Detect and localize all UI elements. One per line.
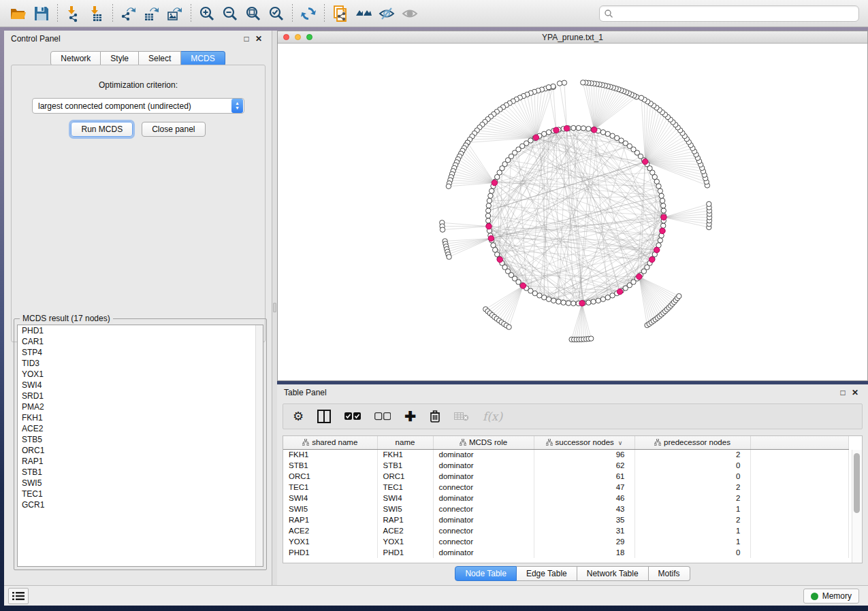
graph-node[interactable] bbox=[537, 293, 542, 298]
graph-hub-node[interactable] bbox=[654, 247, 660, 252]
apply-layout-icon[interactable] bbox=[297, 3, 320, 24]
table-cell[interactable]: 18 bbox=[534, 547, 634, 558]
graph-node[interactable] bbox=[487, 198, 492, 203]
graph-node[interactable] bbox=[507, 325, 511, 329]
mcds-result-item[interactable]: TEC1 bbox=[18, 489, 263, 499]
graph-node[interactable] bbox=[489, 188, 494, 193]
float-panel-icon[interactable]: □ bbox=[240, 34, 253, 44]
table-cell[interactable]: 47 bbox=[534, 482, 634, 493]
table-cell[interactable]: 46 bbox=[534, 493, 634, 503]
graph-node[interactable] bbox=[571, 301, 576, 306]
graph-hub-node[interactable] bbox=[564, 126, 569, 131]
graph-node[interactable] bbox=[596, 298, 600, 303]
table-cell[interactable]: FKH1 bbox=[377, 449, 433, 460]
table-scrollbar[interactable] bbox=[852, 450, 862, 563]
table-row[interactable]: FKH1FKH1dominator962 bbox=[283, 449, 848, 460]
split-panel-icon[interactable] bbox=[317, 410, 331, 423]
table-float-panel-icon[interactable]: □ bbox=[837, 388, 849, 397]
table-cell[interactable]: 29 bbox=[534, 536, 634, 547]
tab-network[interactable]: Network bbox=[50, 51, 101, 66]
table-row[interactable]: ACE2ACE2connector311 bbox=[283, 525, 848, 536]
graph-node[interactable] bbox=[571, 125, 576, 130]
column-header-shared-name[interactable]: shared name bbox=[283, 436, 377, 449]
window-close-icon[interactable] bbox=[283, 34, 289, 40]
table-cell[interactable]: STB1 bbox=[283, 460, 377, 471]
table-cell[interactable]: SWI4 bbox=[283, 493, 377, 503]
table-cell[interactable]: SWI5 bbox=[377, 503, 433, 514]
graph-hub-node[interactable] bbox=[553, 127, 559, 133]
graph-node[interactable] bbox=[661, 223, 666, 228]
export-table-icon[interactable] bbox=[140, 3, 163, 24]
table-row[interactable]: RAP1RAP1dominator352 bbox=[283, 514, 848, 525]
graph-node[interactable] bbox=[542, 131, 547, 136]
graph-node[interactable] bbox=[586, 300, 591, 305]
graph-hub-node[interactable] bbox=[533, 135, 539, 140]
table-cell[interactable]: SWI5 bbox=[283, 503, 377, 514]
graph-node[interactable] bbox=[600, 297, 605, 301]
graph-node[interactable] bbox=[661, 203, 666, 208]
run-mcds-button[interactable]: Run MCDS bbox=[71, 122, 133, 137]
mcds-result-item[interactable]: SRD1 bbox=[18, 391, 263, 401]
table-cell[interactable]: dominator bbox=[433, 547, 534, 558]
graph-node[interactable] bbox=[659, 193, 664, 198]
table-cell[interactable]: connector bbox=[433, 525, 534, 536]
table-cell[interactable]: PHD1 bbox=[377, 547, 433, 558]
graph-node[interactable] bbox=[546, 130, 551, 135]
graph-node[interactable] bbox=[542, 295, 547, 300]
mcds-result-item[interactable]: STB5 bbox=[18, 434, 263, 445]
table-cell[interactable]: 96 bbox=[534, 449, 634, 460]
graph-node[interactable] bbox=[658, 238, 662, 243]
mcds-result-item[interactable]: STB1 bbox=[18, 467, 263, 478]
mcds-result-item[interactable]: SWI5 bbox=[18, 478, 263, 489]
search-input[interactable] bbox=[613, 6, 858, 21]
column-header-successor-nodes[interactable]: successor nodes∨ bbox=[534, 436, 634, 449]
graph-node[interactable] bbox=[486, 218, 491, 223]
table-cell[interactable]: 1 bbox=[634, 536, 750, 547]
table-tab-node-table[interactable]: Node Table bbox=[455, 566, 517, 581]
criterion-dropdown[interactable]: largest connected component (undirected)… bbox=[32, 98, 244, 114]
graph-node[interactable] bbox=[600, 130, 605, 135]
close-panel-button[interactable]: Close panel bbox=[142, 122, 205, 137]
graph-node[interactable] bbox=[561, 300, 566, 305]
graph-node[interactable] bbox=[488, 193, 493, 198]
deselect-all-rows-icon[interactable] bbox=[374, 412, 391, 420]
table-cell[interactable]: STB1 bbox=[377, 460, 433, 471]
column-header-MCDS-role[interactable]: MCDS role bbox=[433, 436, 534, 449]
graph-node[interactable] bbox=[440, 227, 445, 232]
table-cell[interactable]: 35 bbox=[534, 514, 634, 525]
graph-hub-node[interactable] bbox=[617, 289, 622, 295]
mcds-result-item[interactable]: ACE2 bbox=[18, 423, 263, 434]
table-cell[interactable]: RAP1 bbox=[283, 514, 377, 525]
table-cell[interactable]: PHD1 bbox=[283, 547, 377, 558]
graph-node[interactable] bbox=[447, 254, 451, 259]
table-cell[interactable]: TEC1 bbox=[377, 482, 433, 493]
graph-node[interactable] bbox=[557, 81, 562, 86]
graph-hub-node[interactable] bbox=[488, 235, 494, 241]
table-cell[interactable]: dominator bbox=[433, 514, 534, 525]
memory-button[interactable]: Memory bbox=[803, 589, 859, 604]
graph-node[interactable] bbox=[677, 294, 681, 299]
import-network-icon[interactable] bbox=[62, 3, 85, 24]
graph-hub-node[interactable] bbox=[649, 257, 655, 262]
graph-hub-node[interactable] bbox=[492, 180, 497, 186]
mcds-result-item[interactable]: GCR1 bbox=[18, 499, 263, 510]
table-cell[interactable]: 0 bbox=[634, 547, 750, 558]
mcds-result-item[interactable]: CAR1 bbox=[18, 336, 263, 347]
graph-node[interactable] bbox=[605, 131, 610, 136]
zoom-fit-icon[interactable] bbox=[242, 3, 265, 24]
table-cell[interactable]: 2 bbox=[634, 514, 750, 525]
close-panel-icon[interactable]: ✕ bbox=[253, 34, 265, 44]
graph-node[interactable] bbox=[486, 208, 491, 213]
table-row[interactable]: ORC1ORC1dominator610 bbox=[283, 471, 848, 482]
graph-hub-node[interactable] bbox=[660, 228, 665, 233]
table-cell[interactable]: dominator bbox=[433, 493, 534, 503]
graph-node[interactable] bbox=[485, 213, 490, 218]
table-row[interactable]: SWI5SWI5connector431 bbox=[283, 503, 848, 514]
window-zoom-icon[interactable] bbox=[306, 34, 312, 40]
table-cell[interactable]: ORC1 bbox=[377, 471, 433, 482]
column-header-name[interactable]: name bbox=[377, 436, 433, 449]
table-cell[interactable]: SWI4 bbox=[377, 493, 433, 503]
network-nodes[interactable] bbox=[440, 80, 712, 342]
save-session-icon[interactable] bbox=[30, 3, 53, 24]
table-cell[interactable]: 1 bbox=[634, 503, 750, 514]
